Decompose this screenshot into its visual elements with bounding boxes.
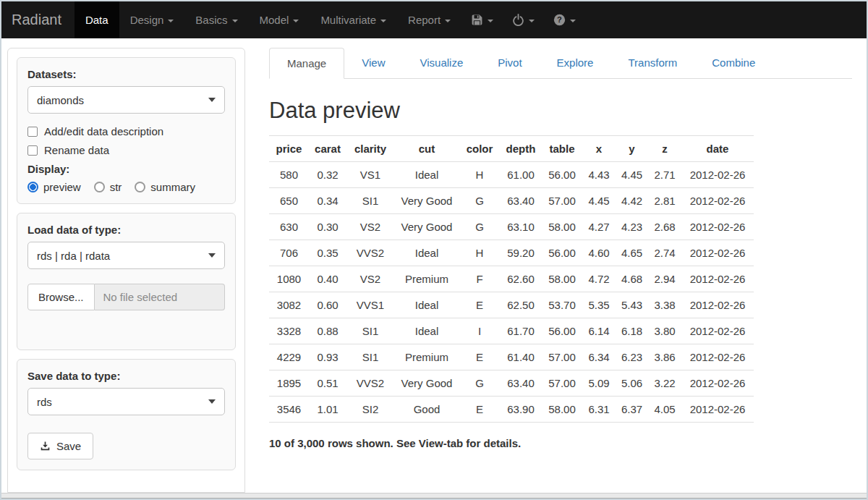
caret-down-icon [293,20,299,22]
load-type-select[interactable]: rds | rda | rdata [27,242,225,269]
cell: VS1 [346,162,394,188]
dataset-select[interactable]: diamonds [27,86,225,114]
horizontal-scrollbar[interactable] [1,493,867,499]
cell: 6.34 [582,344,616,370]
cell: 58.00 [542,397,582,423]
tab-explore[interactable]: Explore [540,48,611,78]
cell: E [459,344,500,370]
checkbox-rename-data[interactable]: Rename data [27,144,225,156]
cell: SI1 [346,188,394,214]
cell: 5.09 [582,370,616,397]
nav-item-label: Data [85,14,109,26]
cell: 0.40 [309,266,346,292]
checkbox-add-edit-data-description[interactable]: Add/edit data description [27,125,225,137]
save-button[interactable]: Save [27,433,93,459]
caret-down-icon [445,20,451,22]
tab-combine[interactable]: Combine [694,48,773,78]
cell: 57.00 [542,344,582,370]
cell: 56.00 [542,162,582,188]
cell: 63.90 [500,397,542,423]
cell: 2.81 [648,188,681,214]
nav-item-label: Basics [195,14,227,26]
caret-down-icon [570,20,576,22]
cell: 2.71 [648,162,681,188]
radio-str[interactable]: str [94,181,122,193]
radio-summary[interactable]: summary [135,181,195,193]
cell: 4.43 [582,162,616,188]
app-brand[interactable]: Radiant [10,1,75,38]
nav-menu-power-icon[interactable] [503,1,544,38]
cell: 4.45 [616,162,648,188]
cell: 5.43 [616,292,648,318]
tab-transform[interactable]: Transform [610,48,694,78]
cell: E [459,397,500,423]
nav-item-basics[interactable]: Basics [184,1,248,38]
cell: 63.40 [500,370,542,397]
nav-menu-save-icon[interactable] [461,1,503,38]
cell: Very Good [394,188,459,214]
cell: 3.22 [648,370,681,397]
table-row: 7060.35VVS2IdealH59.2056.004.604.652.742… [269,240,754,266]
chevron-down-icon [208,399,216,404]
cell: 2012-02-26 [681,344,754,370]
save-icon [471,14,483,26]
tab-pivot[interactable]: Pivot [480,48,539,78]
column-header-carat: carat [309,136,346,162]
nav-item-report[interactable]: Report [397,1,461,38]
nav-item-multivariate[interactable]: Multivariate [310,1,397,38]
cell: 61.70 [500,318,542,344]
caret-down-icon [232,20,238,22]
cell: F [459,266,500,292]
column-header-y: y [616,136,648,162]
navbar-menu: DataDesignBasicsModelMultivariateReport? [75,1,585,38]
checkbox-label: Add/edit data description [44,125,163,137]
table-header-row: pricecaratclaritycutcolordepthtablexyzda… [269,136,754,162]
cell: 706 [269,240,309,266]
cell: 4.42 [616,188,648,214]
table-row: 18950.51VVS2Very GoodG63.4057.005.095.06… [269,370,754,397]
cell: Ideal [394,318,459,344]
table-row: 42290.93SI1PremiumE61.4057.006.346.233.8… [269,344,754,370]
cell: 2012-02-26 [681,292,754,318]
cell: 0.35 [309,240,346,266]
cell: 2012-02-26 [681,266,754,292]
cell: 4.05 [648,397,681,423]
cell: 3.38 [648,292,681,318]
cell: 2012-02-26 [681,214,754,240]
nav-item-design[interactable]: Design [119,1,185,38]
cell: Premium [394,266,459,292]
cell: Ideal [394,292,459,318]
cell: Ideal [394,162,459,188]
cell: 56.00 [542,318,582,344]
cell: 5.35 [582,292,616,318]
browse-button[interactable]: Browse... [27,284,95,310]
cell: 0.30 [309,214,346,240]
cell: 2.74 [648,240,681,266]
table-header: pricecaratclaritycutcolordepthtablexyzda… [269,136,754,162]
nav-item-model[interactable]: Model [249,1,310,38]
save-type-select[interactable]: rds [27,388,225,415]
display-radio-group: previewstrsummary [27,181,225,193]
tab-view[interactable]: View [344,48,402,78]
cell: 0.60 [309,292,346,318]
load-panel: Load data of type: rds | rda | rdata Bro… [17,213,236,350]
nav-menu-help-icon[interactable]: ? [544,1,585,38]
cell: E [459,292,500,318]
nav-item-data[interactable]: Data [75,1,119,38]
tab-manage[interactable]: Manage [269,48,344,79]
caret-down-icon [380,20,386,22]
radio-preview[interactable]: preview [27,181,81,193]
cell: 0.34 [309,188,346,214]
radio-label: str [110,181,122,193]
cell: 3328 [269,318,309,344]
cell: 3.86 [648,344,681,370]
radio-dot [135,182,145,192]
tab-visualize[interactable]: Visualize [402,48,480,78]
cell: 2012-02-26 [681,397,754,423]
cell: VVS2 [346,370,394,397]
cell: I [459,318,500,344]
cell: 56.00 [542,240,582,266]
cell: 58.00 [542,266,582,292]
save-type-label: Save data to type: [27,370,225,382]
save-panel: Save data to type: rds Save [17,359,236,470]
